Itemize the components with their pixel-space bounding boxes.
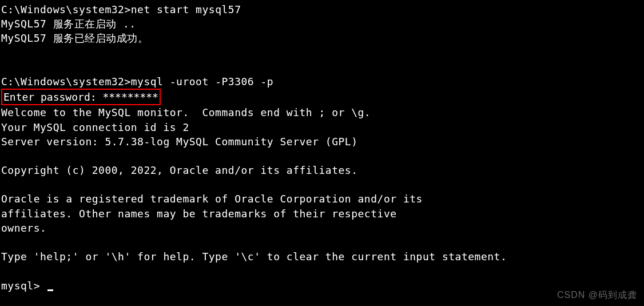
blank-line: [1, 264, 644, 278]
password-highlight-box: Enter password: *********: [1, 89, 644, 105]
terminal-line-welcome: Welcome to the MySQL monitor. Commands e…: [1, 105, 644, 120]
blank-line: [1, 177, 644, 192]
blank-line: [1, 149, 644, 163]
prompt-path: C:\Windows\system32>: [1, 75, 131, 88]
mysql-prompt: mysql>: [1, 280, 46, 292]
password-prompt-line: Enter password: *********: [1, 89, 161, 105]
mysql-prompt-line[interactable]: mysql>: [1, 279, 644, 293]
terminal-line-trademark-2: affiliates. Other names may be trademark…: [1, 206, 644, 221]
blank-line: [1, 46, 644, 60]
blank-line: [1, 60, 644, 74]
terminal-line-server-version: Server version: 5.7.38-log MySQL Communi…: [1, 134, 644, 149]
terminal-line-trademark-1: Oracle is a registered trademark of Orac…: [1, 192, 644, 206]
terminal-line-help: Type 'help;' or '\h' for help. Type '\c'…: [1, 249, 644, 264]
cursor-icon: [47, 289, 53, 291]
terminal-line-mysql-login: C:\Windows\system32>mysql -uroot -P3306 …: [1, 74, 644, 89]
terminal-line-trademark-3: owners.: [1, 221, 644, 235]
terminal-line-connection-id: Your MySQL connection id is 2: [1, 120, 644, 134]
blank-line: [1, 235, 644, 249]
command-text: net start mysql57: [131, 3, 241, 15]
watermark-text: CSDN @码到成龚: [557, 289, 637, 301]
terminal-line-service-started: MySQL57 服务已经启动成功。: [1, 31, 644, 45]
prompt-path: C:\Windows\system32>: [1, 3, 131, 15]
terminal-line-service-starting: MySQL57 服务正在启动 ..: [1, 17, 644, 31]
terminal-line-copyright: Copyright (c) 2000, 2022, Oracle and/or …: [1, 163, 644, 177]
command-text: mysql -uroot -P3306 -p: [131, 75, 273, 88]
terminal-line-net-start: C:\Windows\system32>net start mysql57: [1, 2, 644, 17]
